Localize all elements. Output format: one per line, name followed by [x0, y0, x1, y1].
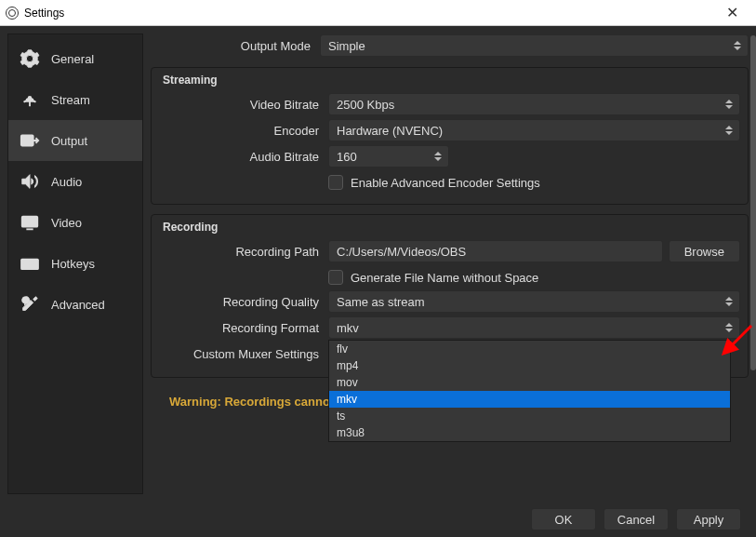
format-option[interactable]: mkv: [329, 391, 730, 408]
monitor-icon: [18, 212, 42, 233]
muxer-settings-label: Custom Muxer Settings: [159, 347, 328, 361]
scrollbar-thumb[interactable]: [750, 35, 756, 370]
svg-rect-3: [22, 217, 38, 227]
streaming-section: Streaming Video Bitrate 2500 Kbps Encode…: [151, 67, 749, 205]
cancel-button[interactable]: Cancel: [603, 508, 669, 530]
filename-no-space-checkbox[interactable]: [328, 270, 343, 285]
encoder-select[interactable]: Hardware (NVENC): [328, 119, 740, 141]
audio-bitrate-label: Audio Bitrate: [159, 150, 328, 164]
svg-rect-2: [21, 136, 33, 146]
sidebar-item-general[interactable]: General: [8, 38, 142, 79]
sidebar-item-audio[interactable]: Audio: [8, 161, 142, 202]
combo-arrows-icon: [721, 291, 737, 312]
recording-format-select[interactable]: mkv: [328, 316, 740, 339]
format-option[interactable]: flv: [329, 341, 730, 357]
sidebar-item-hotkeys[interactable]: Hotkeys: [8, 243, 142, 284]
recording-format-label: Recording Format: [159, 321, 328, 335]
tools-icon: [18, 294, 42, 315]
sidebar-item-label: Stream: [51, 93, 90, 107]
ok-button[interactable]: OK: [531, 508, 596, 530]
sidebar-item-label: Audio: [51, 175, 82, 189]
sidebar-item-label: Output: [51, 134, 87, 148]
output-icon: [18, 130, 42, 151]
recording-quality-select[interactable]: Same as stream: [328, 290, 740, 313]
titlebar: Settings ✕: [0, 0, 756, 26]
recording-format-dropdown: flv mp4 mov mkv ts m3u8: [328, 340, 731, 442]
sidebar: General Stream Output Audio Video: [7, 34, 143, 494]
speaker-icon: [18, 171, 42, 192]
output-mode-label: Output Mode: [151, 39, 320, 53]
format-option[interactable]: mov: [329, 374, 730, 391]
browse-button[interactable]: Browse: [669, 240, 740, 262]
recording-quality-label: Recording Quality: [159, 295, 328, 309]
combo-arrows-icon: [430, 146, 446, 167]
enable-advanced-encoder-label: Enable Advanced Encoder Settings: [351, 176, 540, 190]
main-content: Output Mode Simple Streaming Video Bitra…: [151, 26, 756, 502]
sidebar-item-advanced[interactable]: Advanced: [8, 284, 142, 325]
streaming-title: Streaming: [159, 74, 740, 92]
video-bitrate-label: Video Bitrate: [159, 98, 328, 112]
format-option[interactable]: mp4: [329, 357, 730, 374]
combo-arrows-icon: [721, 317, 737, 338]
format-option[interactable]: ts: [329, 408, 730, 424]
sidebar-item-stream[interactable]: Stream: [8, 79, 142, 120]
filename-no-space-label: Generate File Name without Space: [351, 271, 538, 285]
video-bitrate-input[interactable]: 2500 Kbps: [328, 93, 740, 115]
antenna-icon: [18, 89, 42, 110]
obs-icon: [6, 7, 19, 20]
scrollbar[interactable]: [750, 35, 756, 408]
sidebar-item-label: Advanced: [51, 298, 105, 312]
combo-arrows-icon: [721, 120, 737, 141]
apply-button[interactable]: Apply: [676, 508, 741, 530]
enable-advanced-encoder-checkbox[interactable]: [328, 175, 343, 190]
recording-title: Recording: [159, 221, 740, 239]
recording-section: Recording Recording Path C:/Users/M/Vide…: [151, 214, 749, 378]
output-mode-select[interactable]: Simple: [320, 34, 749, 57]
sidebar-item-video[interactable]: Video: [8, 202, 142, 243]
gear-icon: [18, 48, 42, 69]
close-button[interactable]: ✕: [713, 0, 750, 26]
combo-arrows-icon: [729, 35, 746, 56]
format-option[interactable]: m3u8: [329, 424, 730, 441]
recording-path-label: Recording Path: [159, 245, 328, 259]
keyboard-icon: [18, 253, 42, 274]
spin-arrows-icon: [721, 94, 737, 114]
sidebar-item-label: Video: [51, 216, 82, 230]
encoder-label: Encoder: [159, 124, 328, 138]
sidebar-item-label: General: [51, 52, 94, 66]
recording-path-input[interactable]: C:/Users/M/Videos/OBS: [328, 240, 663, 262]
audio-bitrate-select[interactable]: 160: [328, 145, 449, 168]
sidebar-item-label: Hotkeys: [51, 257, 95, 271]
window-title: Settings: [24, 7, 713, 20]
sidebar-item-output[interactable]: Output: [8, 120, 142, 161]
footer: OK Cancel Apply: [0, 502, 756, 537]
